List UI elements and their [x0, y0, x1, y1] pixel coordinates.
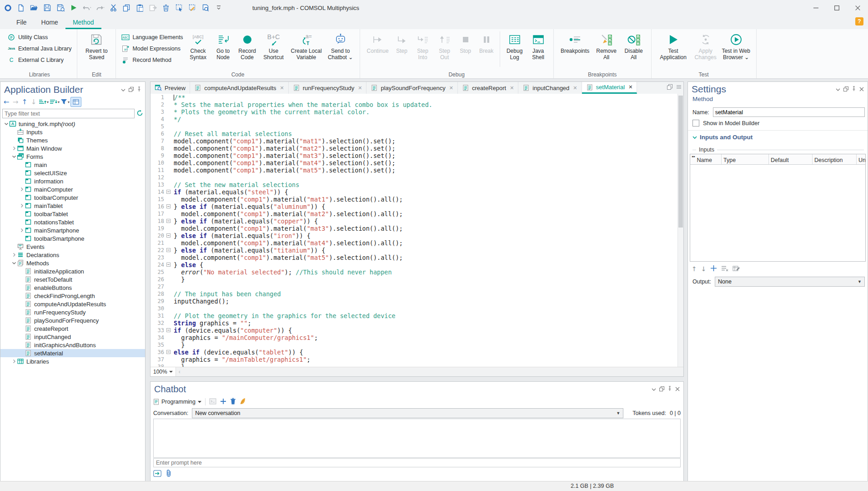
tree-closed-chevron-icon[interactable]: [19, 203, 25, 209]
horizontal-scrollbar[interactable]: ‹: [176, 367, 683, 376]
code-line-12[interactable]: 12: [151, 174, 678, 181]
tree-item-Libraries[interactable]: Libraries: [0, 357, 145, 365]
panel-menu-icon[interactable]: [836, 86, 840, 93]
conversation-select[interactable]: New conversation ▼: [192, 408, 623, 418]
code-line-30[interactable]: 30: [151, 305, 678, 312]
move-up-icon[interactable]: ↑: [20, 97, 29, 106]
tree-item-Events[interactable]: Events: [0, 243, 145, 251]
code-line-34[interactable]: 34 graphics = "/mainComputer/graphics1";: [151, 334, 678, 341]
code-line-28[interactable]: 28// The input has been changed: [151, 290, 678, 298]
test-web-browser-button[interactable]: Test in Web Browser ⌄: [720, 30, 753, 61]
expand-all-icon[interactable]: ▾: [39, 97, 49, 106]
tree-closed-chevron-icon[interactable]: [19, 228, 25, 233]
tree-item-initializeApplication[interactable]: initializeApplication: [0, 267, 145, 275]
chat-message-area[interactable]: [153, 419, 681, 458]
code-line-27[interactable]: 27: [151, 283, 678, 290]
tree-item-Forms[interactable]: Forms: [0, 152, 145, 161]
tab-home[interactable]: Home: [34, 16, 65, 29]
code-line-36[interactable]: 36−else if (device.equals("tablet")) {: [151, 349, 678, 356]
tree-item-Main Window[interactable]: Main Window: [0, 144, 145, 152]
go-to-node-button[interactable]: Go to Node: [211, 30, 235, 61]
code-line-25[interactable]: 25 error("No material selected"); //This…: [151, 268, 678, 276]
code-line-21[interactable]: 21 model.component("comp1").material("ma…: [151, 239, 678, 247]
code-line-33[interactable]: 33−if (device.equals("computer")) {: [151, 327, 678, 334]
code-line-22[interactable]: 22−} else if (material.equals("titanium"…: [151, 247, 678, 254]
output-select[interactable]: None ▼: [715, 277, 865, 287]
close-button[interactable]: [847, 0, 868, 15]
code-line-13[interactable]: 13// Set the new material selections: [151, 181, 678, 188]
record-code-button[interactable]: Record Code: [235, 30, 260, 61]
find-icon[interactable]: [201, 4, 210, 12]
quill-icon[interactable]: [240, 398, 246, 406]
tree-item-main[interactable]: main: [0, 161, 145, 169]
tree-item-checkFindProngLength[interactable]: checkFindProngLength: [0, 292, 145, 300]
code-line-5[interactable]: 5: [151, 123, 678, 130]
close-tab-icon[interactable]: ✕: [573, 85, 577, 91]
code-line-17[interactable]: 17 model.component("comp1").material("ma…: [151, 210, 678, 218]
java-shell-button[interactable]: Java Shell: [527, 30, 550, 61]
tab-method[interactable]: Method: [65, 16, 101, 29]
prompt-input[interactable]: [153, 458, 681, 467]
editor-float-icon[interactable]: [667, 84, 672, 91]
tree-item-information[interactable]: information: [0, 177, 145, 185]
external-java-library-button[interactable]: JavaExternal Java Library: [5, 43, 73, 54]
tree-item-inputChanged[interactable]: inputChanged: [0, 333, 145, 341]
minimize-button[interactable]: [805, 0, 826, 15]
new-conversation-icon[interactable]: [220, 398, 226, 406]
model-expressions-button[interactable]: a=Model Expressions: [120, 43, 185, 54]
code-line-9[interactable]: 9model.component("comp1").material("mat3…: [151, 152, 678, 159]
tree-closed-chevron-icon[interactable]: [11, 146, 17, 152]
tree-item-Themes[interactable]: Themes: [0, 136, 145, 144]
cut-icon[interactable]: [109, 4, 117, 12]
language-elements-button[interactable]: ABCLanguage Elements: [120, 31, 185, 43]
breakpoints-button[interactable]: Breakpoints: [557, 30, 593, 54]
editor-tab-setMaterial[interactable]: setMaterial✕: [582, 82, 637, 94]
new-file-icon[interactable]: [17, 4, 25, 12]
tree-item-notationsTablet[interactable]: notationsTablet: [0, 218, 145, 226]
code-line-4[interactable]: 4*/: [151, 116, 678, 123]
editor-tab-computeAndUpdateResults[interactable]: computeAndUpdateResults✕: [190, 82, 288, 94]
code-line-26[interactable]: 26 }: [151, 276, 678, 283]
tree-closed-chevron-icon[interactable]: [11, 359, 17, 364]
vertical-scrollbar[interactable]: [677, 94, 683, 367]
tree-item-resetToDefault[interactable]: resetToDefault: [0, 275, 145, 283]
help-button[interactable]: ?: [855, 17, 863, 25]
record-method-button[interactable]: Record Method: [120, 54, 185, 66]
tree-item-toolbarTablet[interactable]: toolbarTablet: [0, 210, 145, 218]
float-icon[interactable]: [129, 86, 134, 93]
external-c-library-button[interactable]: CExternal C Library: [5, 54, 73, 66]
code-line-29[interactable]: 29inputChanged();: [151, 298, 678, 305]
code-line-2[interactable]: 2* Sets the material properties when the…: [151, 101, 678, 108]
disable-all-button[interactable]: Disable All: [620, 30, 647, 61]
fold-toggle[interactable]: −: [166, 247, 171, 254]
float-icon[interactable]: [843, 86, 848, 93]
close-icon[interactable]: [675, 386, 680, 393]
save-icon[interactable]: [43, 4, 51, 12]
undo-icon[interactable]: [83, 4, 91, 12]
panel-menu-icon[interactable]: [121, 86, 125, 93]
tree-item-Declarations[interactable]: Declarations: [0, 251, 145, 259]
tree-item-Inputs[interactable]: Inputs: [0, 128, 145, 136]
tree-open-chevron-icon[interactable]: [11, 260, 17, 266]
show-in-model-builder-checkbox[interactable]: [692, 120, 699, 127]
chatbot-mode-dropdown[interactable]: Programming: [153, 399, 201, 405]
send-to-chatbot-button[interactable]: Send to Chatbot ⌄: [325, 30, 356, 61]
code-line-20[interactable]: 20−} else if (material.equals("iron")) {: [151, 232, 678, 239]
use-shortcut-button[interactable]: B+C Use Shortcut: [260, 30, 288, 61]
code-line-6[interactable]: 6// Reset all material selections: [151, 130, 678, 137]
inputs-and-output-section[interactable]: Inputs and Output: [692, 134, 753, 141]
fold-toggle[interactable]: −: [166, 232, 171, 239]
duplicate-icon[interactable]: [149, 4, 157, 12]
editor-tab-createReport[interactable]: createReport✕: [458, 82, 518, 94]
code-line-11[interactable]: 11model.component("comp1").material("mat…: [151, 167, 678, 174]
pin-icon[interactable]: [667, 386, 672, 393]
tree-item-tuning_fork.mph[interactable]: Atuning_fork.mph (root): [0, 120, 145, 128]
editor-tab-inputChanged[interactable]: inputChanged✕: [518, 82, 582, 94]
editor-tab-playSoundForFrequency[interactable]: playSoundForFrequency✕: [366, 82, 458, 94]
editor-tab-Preview[interactable]: Preview: [151, 82, 190, 94]
open-file-icon[interactable]: [30, 4, 38, 12]
code-line-14[interactable]: 14−if (material.equals("steel")) {: [151, 188, 678, 196]
collapse-all-icon[interactable]: ▾: [50, 97, 60, 106]
fold-toggle[interactable]: −: [166, 203, 171, 210]
tree-item-mainSmartphone[interactable]: mainSmartphone: [0, 226, 145, 234]
